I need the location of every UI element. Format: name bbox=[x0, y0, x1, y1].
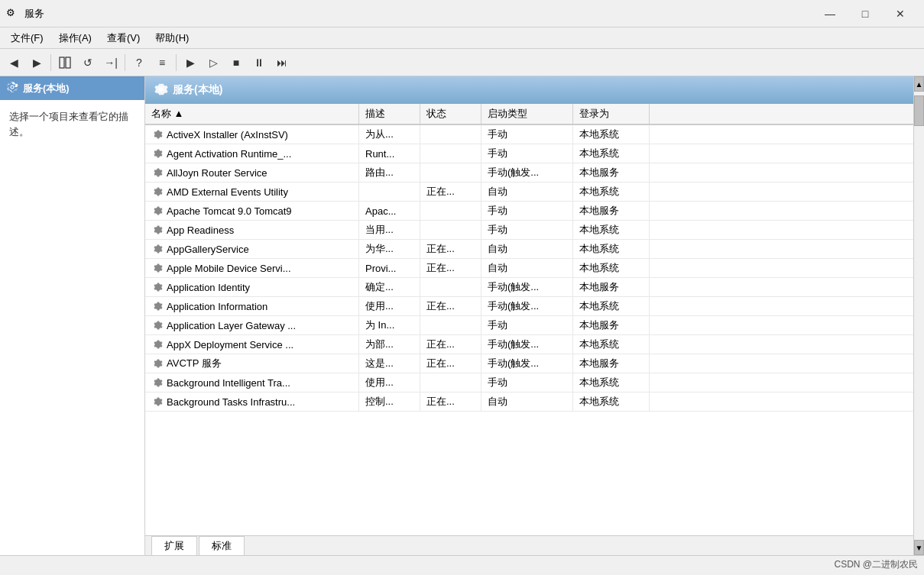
menu-help[interactable]: 帮助(H) bbox=[148, 30, 196, 47]
table-row[interactable]: Agent Activation Runtime_... Runt... 手动 … bbox=[145, 144, 913, 163]
table-row[interactable]: ActiveX Installer (AxInstSV) 为从... 手动 本地… bbox=[145, 125, 913, 144]
table-row[interactable]: AMD External Events Utility 正在... 自动 本地系… bbox=[145, 183, 913, 202]
sidebar-content: 选择一个项目来查看它的描述。 bbox=[0, 100, 144, 555]
table-row[interactable]: Apache Tomcat 9.0 Tomcat9 Apac... 手动 本地服… bbox=[145, 202, 913, 221]
pause-button[interactable]: ⏸ bbox=[248, 52, 270, 73]
svg-rect-0 bbox=[60, 57, 64, 68]
app-icon: ⚙ bbox=[6, 7, 20, 21]
close-button[interactable]: ✕ bbox=[883, 2, 918, 25]
col-header-loginas[interactable]: 登录为 bbox=[573, 104, 650, 124]
cell-status: 正在... bbox=[420, 392, 481, 411]
cell-name: Background Tasks Infrastru... bbox=[145, 392, 359, 411]
cell-loginas: 本地服务 bbox=[573, 278, 650, 296]
cell-starttype: 手动 bbox=[481, 125, 573, 144]
cell-status bbox=[420, 221, 481, 239]
separator-1 bbox=[50, 54, 51, 71]
table-row[interactable]: Background Intelligent Tra... 使用... 手动 本… bbox=[145, 373, 913, 392]
table-row[interactable]: AllJoyn Router Service 路由... 手动(触发... 本地… bbox=[145, 163, 913, 183]
cell-loginas: 本地服务 bbox=[573, 316, 650, 334]
scroll-up-btn[interactable]: ▲ bbox=[914, 76, 924, 92]
cell-desc: Provi... bbox=[359, 259, 420, 277]
cell-desc: 确定... bbox=[359, 278, 420, 296]
tab-standard[interactable]: 标准 bbox=[199, 536, 245, 555]
cell-name: App Readiness bbox=[145, 221, 359, 239]
cell-name: Application Identity bbox=[145, 278, 359, 296]
scroll-thumb[interactable] bbox=[914, 95, 924, 126]
col-header-desc[interactable]: 描述 bbox=[359, 104, 420, 124]
show-hide-button[interactable] bbox=[54, 52, 76, 73]
sidebar-description: 选择一个项目来查看它的描述。 bbox=[9, 109, 135, 139]
cell-loginas: 本地服务 bbox=[573, 163, 650, 182]
table-row[interactable]: Application Layer Gateway ... 为 In... 手动… bbox=[145, 316, 913, 335]
cell-starttype: 自动 bbox=[481, 183, 573, 201]
status-text: CSDN @二进制农民 bbox=[834, 558, 918, 571]
main-container: 服务(本地) 选择一个项目来查看它的描述。 服务(本地) 名称 ▲ 描述 状态 … bbox=[0, 76, 924, 555]
cell-loginas: 本地系统 bbox=[573, 240, 650, 258]
play-button[interactable]: ▶ bbox=[180, 52, 201, 73]
menu-view[interactable]: 查看(V) bbox=[99, 30, 148, 47]
play2-button[interactable]: ▷ bbox=[203, 52, 224, 73]
content-header: 服务(本地) bbox=[145, 76, 913, 104]
status-bar: CSDN @二进制农民 bbox=[0, 555, 924, 573]
minimize-button[interactable]: — bbox=[812, 2, 848, 25]
cell-name: AllJoyn Router Service bbox=[145, 163, 359, 182]
cell-status bbox=[420, 278, 481, 296]
skip-button[interactable]: ⏭ bbox=[271, 52, 293, 73]
tab-bar: 扩展 标准 bbox=[145, 535, 913, 555]
cell-loginas: 本地系统 bbox=[573, 297, 650, 315]
scroll-down-btn[interactable]: ▼ bbox=[914, 540, 924, 555]
cell-name: Application Layer Gateway ... bbox=[145, 316, 359, 334]
table-row[interactable]: AppGalleryService 为华... 正在... 自动 本地系统 bbox=[145, 240, 913, 259]
content-header-gear-icon bbox=[154, 82, 168, 99]
cell-loginas: 本地系统 bbox=[573, 259, 650, 277]
cell-desc: Apac... bbox=[359, 202, 420, 220]
back-button[interactable]: ◀ bbox=[3, 52, 24, 73]
cell-name: Application Information bbox=[145, 297, 359, 315]
forward-button[interactable]: ▶ bbox=[26, 52, 47, 73]
cell-starttype: 手动(触发... bbox=[481, 297, 573, 315]
cell-status bbox=[420, 163, 481, 182]
cell-status bbox=[420, 373, 481, 392]
cell-status: 正在... bbox=[420, 259, 481, 277]
menu-action[interactable]: 操作(A) bbox=[51, 30, 99, 47]
cell-status: 正在... bbox=[420, 335, 481, 354]
cell-name: AMD External Events Utility bbox=[145, 183, 359, 201]
table-row[interactable]: Application Identity 确定... 手动(触发... 本地服务 bbox=[145, 278, 913, 297]
list-button[interactable]: ≡ bbox=[151, 52, 173, 73]
cell-status: 正在... bbox=[420, 240, 481, 258]
table-header: 名称 ▲ 描述 状态 启动类型 登录为 bbox=[145, 104, 913, 125]
title-bar-text: 服务 bbox=[24, 7, 812, 21]
menu-file[interactable]: 文件(F) bbox=[3, 30, 51, 47]
table-row[interactable]: AVCTP 服务 这是... 正在... 手动(触发... 本地服务 bbox=[145, 354, 913, 373]
table-row[interactable]: AppX Deployment Service ... 为部... 正在... … bbox=[145, 335, 913, 354]
stop-button[interactable]: ■ bbox=[225, 52, 247, 73]
sidebar-gear-icon bbox=[6, 81, 18, 95]
tab-expand[interactable]: 扩展 bbox=[151, 536, 197, 555]
cell-desc: 为华... bbox=[359, 240, 420, 258]
col-header-starttype[interactable]: 启动类型 bbox=[481, 104, 573, 124]
cell-name: AppX Deployment Service ... bbox=[145, 335, 359, 354]
content-header-text: 服务(本地) bbox=[173, 83, 222, 97]
cell-status bbox=[420, 202, 481, 220]
scroll-track bbox=[914, 92, 924, 540]
table-row[interactable]: App Readiness 当用... 手动 本地系统 bbox=[145, 221, 913, 240]
table-row[interactable]: Application Information 使用... 正在... 手动(触… bbox=[145, 297, 913, 316]
maximize-button[interactable]: □ bbox=[848, 2, 883, 25]
cell-name: Apple Mobile Device Servi... bbox=[145, 259, 359, 277]
cell-loginas: 本地系统 bbox=[573, 221, 650, 239]
right-scrollbar[interactable]: ▲ ▼ bbox=[913, 76, 924, 555]
service-table[interactable]: 名称 ▲ 描述 状态 启动类型 登录为 ActiveX Installer (A… bbox=[145, 104, 913, 535]
col-header-name[interactable]: 名称 ▲ bbox=[145, 104, 359, 124]
refresh-button[interactable]: ↺ bbox=[77, 52, 99, 73]
col-header-status[interactable]: 状态 bbox=[420, 104, 481, 124]
cell-status: 正在... bbox=[420, 354, 481, 373]
help-button[interactable]: ? bbox=[128, 52, 150, 73]
table-body: ActiveX Installer (AxInstSV) 为从... 手动 本地… bbox=[145, 125, 913, 412]
cell-status bbox=[420, 316, 481, 334]
table-row[interactable]: Apple Mobile Device Servi... Provi... 正在… bbox=[145, 259, 913, 278]
export-button[interactable]: →| bbox=[100, 52, 122, 73]
cell-starttype: 自动 bbox=[481, 259, 573, 277]
table-row[interactable]: Background Tasks Infrastru... 控制... 正在..… bbox=[145, 392, 913, 412]
cell-loginas: 本地服务 bbox=[573, 354, 650, 373]
cell-starttype: 手动 bbox=[481, 221, 573, 239]
